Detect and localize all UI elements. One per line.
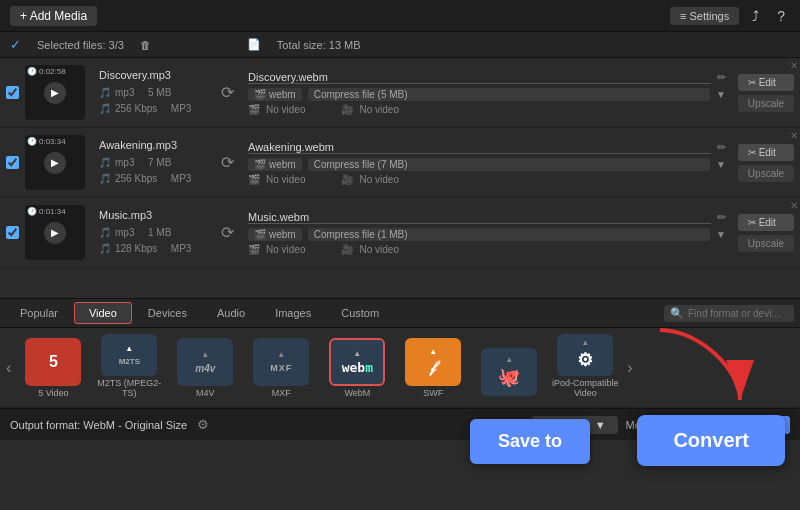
format-item-m4v[interactable]: ▲ m4v M4V [169,334,241,402]
top-bar: + Add Media ≡ Settings ⤴ ? [0,0,800,32]
file-meta-3: 🎵 mp3 1 MB 🎵 128 Kbps MP3 [99,225,207,257]
search-input[interactable] [688,308,788,319]
upgrade-button-2[interactable]: Upscale [738,165,794,182]
share-button[interactable]: ⤴ [747,6,764,26]
format-label-mxf: MXF [272,388,291,398]
file-name-2: Awakening.mp3 [99,139,207,151]
output-compress-2: Compress file (7 MB) [308,158,710,171]
upgrade-button-3[interactable]: Upscale [738,235,794,252]
file-thumb-2: 🕐0:03:34 ▶ [25,135,85,190]
tab-audio[interactable]: Audio [203,303,259,323]
file-list: ✕ 🕐0:02:58 ▶ Discovery.mp3 🎵 mp3 5 MB 🎵 … [0,58,800,298]
file-bar: ✓ Selected files: 3/3 🗑 📄 Total size: 13… [0,32,800,58]
dropdown-arrow-3[interactable]: ▼ [716,229,726,240]
trash-icon[interactable]: 🗑 [140,39,151,51]
format-item-5video[interactable]: 5 5 Video [17,334,89,402]
save-to-big-button[interactable]: Save to [470,419,590,464]
file-name-3: Music.mp3 [99,209,207,221]
file-checkbox-2[interactable] [6,156,19,169]
play-button-2[interactable]: ▶ [44,152,66,174]
check-icon: ✓ [10,37,21,52]
output-compress-3: Compress file (1 MB) [308,228,710,241]
gear-icon[interactable]: ⚙ [197,417,209,432]
duration-1: 🕐0:02:58 [27,67,66,76]
format-item-m2ts[interactable]: ▲ M2TS M2TS (MPEG2-TS) [93,334,165,402]
side-actions-1: ✂ Edit Upscale [732,74,794,112]
format-item-extra2[interactable]: ▲ ⚙ iPod-Compatible Video [549,334,621,402]
add-media-button[interactable]: + Add Media [10,6,97,26]
edit-name-icon-3[interactable]: ✏ [717,211,726,224]
tab-images[interactable]: Images [261,303,325,323]
format-nav-right[interactable]: › [625,359,634,377]
file-thumb-3: 🕐0:01:34 ▶ [25,205,85,260]
close-icon[interactable]: ✕ [790,130,798,141]
file-info-2: Awakening.mp3 🎵 mp3 7 MB 🎵 256 Kbps MP3 [93,137,213,189]
convert-arrow-1[interactable]: ⟳ [213,83,242,102]
side-actions-3: ✂ Edit Upscale [732,214,794,252]
format-item-extra1[interactable]: ▲ 🐙 [473,334,545,402]
output-format-badge-3: 🎬webm [248,228,302,241]
settings-button[interactable]: ≡ Settings [670,7,739,25]
output-name-2: Awakening.webm [248,141,711,154]
format-item-mxf[interactable]: ▲ MXF MXF [245,334,317,402]
convert-big-button[interactable]: Convert [637,415,785,466]
close-icon[interactable]: ✕ [790,60,798,71]
format-label-extra2: iPod-Compatible Video [549,378,621,398]
output-format-label: Output format: WebM - Original Size [10,419,187,431]
tab-custom[interactable]: Custom [327,303,393,323]
output-video-1: 🎬No video 🎥No video [248,104,726,115]
duration-3: 🕐0:01:34 [27,207,66,216]
file-name-1: Discovery.mp3 [99,69,207,81]
convert-arrow-2[interactable]: ⟳ [213,153,242,172]
play-button-3[interactable]: ▶ [44,222,66,244]
file-checkbox-1[interactable] [6,86,19,99]
output-format-badge-1: 🎬webm [248,88,302,101]
side-actions-2: ✂ Edit Upscale [732,144,794,182]
table-row: ✕ 🕐0:02:58 ▶ Discovery.mp3 🎵 mp3 5 MB 🎵 … [0,58,800,128]
upgrade-button-1[interactable]: Upscale [738,95,794,112]
table-row: ✕ 🕐0:03:34 ▶ Awakening.mp3 🎵 mp3 7 MB 🎵 … [0,128,800,198]
chevron-down-icon: ▼ [595,419,606,431]
format-search-box: 🔍 [664,305,794,322]
format-item-webm[interactable]: ▲ webm WebM [321,334,393,402]
edit-name-icon-1[interactable]: ✏ [717,71,726,84]
convert-arrow-3[interactable]: ⟳ [213,223,242,242]
top-bar-left: + Add Media [10,6,97,26]
output-compress-1: Compress file (5 MB) [308,88,710,101]
help-button[interactable]: ? [772,6,790,26]
output-section-3: Music.webm ✏ 🎬webm Compress file (1 MB) … [242,209,732,257]
search-icon: 🔍 [670,307,684,320]
dropdown-arrow-1[interactable]: ▼ [716,89,726,100]
format-label-swf: SWF [423,388,443,398]
edit-button-2[interactable]: ✂ Edit [738,144,794,161]
file-thumb-1: 🕐0:02:58 ▶ [25,65,85,120]
file-meta-1: 🎵 mp3 5 MB 🎵 256 Kbps MP3 [99,85,207,117]
file-checkbox-3[interactable] [6,226,19,239]
edit-name-icon-2[interactable]: ✏ [717,141,726,154]
format-label-m4v: M4V [196,388,215,398]
top-bar-right: ≡ Settings ⤴ ? [670,6,790,26]
tab-devices[interactable]: Devices [134,303,201,323]
dropdown-arrow-2[interactable]: ▼ [716,159,726,170]
file-meta-2: 🎵 mp3 7 MB 🎵 256 Kbps MP3 [99,155,207,187]
output-name-1: Discovery.webm [248,71,711,84]
output-section-1: Discovery.webm ✏ 🎬webm Compress file (5 … [242,69,732,117]
table-row: ✕ 🕐0:01:34 ▶ Music.mp3 🎵 mp3 1 MB 🎵 128 … [0,198,800,268]
tab-video[interactable]: Video [74,302,132,324]
format-label-5video: 5 Video [38,388,68,398]
format-nav-left[interactable]: ‹ [4,359,13,377]
format-item-swf[interactable]: ▲ 𝒻 SWF [397,334,469,402]
file-icon: 📄 [247,38,261,51]
output-video-2: 🎬No video 🎥No video [248,174,726,185]
duration-2: 🕐0:03:34 [27,137,66,146]
format-label-webm: WebM [344,388,370,398]
edit-button-3[interactable]: ✂ Edit [738,214,794,231]
output-format-badge-2: 🎬webm [248,158,302,171]
selected-files-label: Selected files: 3/3 [37,39,124,51]
file-info-1: Discovery.mp3 🎵 mp3 5 MB 🎵 256 Kbps MP3 [93,67,213,119]
output-video-3: 🎬No video 🎥No video [248,244,726,255]
tab-popular[interactable]: Popular [6,303,72,323]
edit-button-1[interactable]: ✂ Edit [738,74,794,91]
play-button-1[interactable]: ▶ [44,82,66,104]
close-icon[interactable]: ✕ [790,200,798,211]
